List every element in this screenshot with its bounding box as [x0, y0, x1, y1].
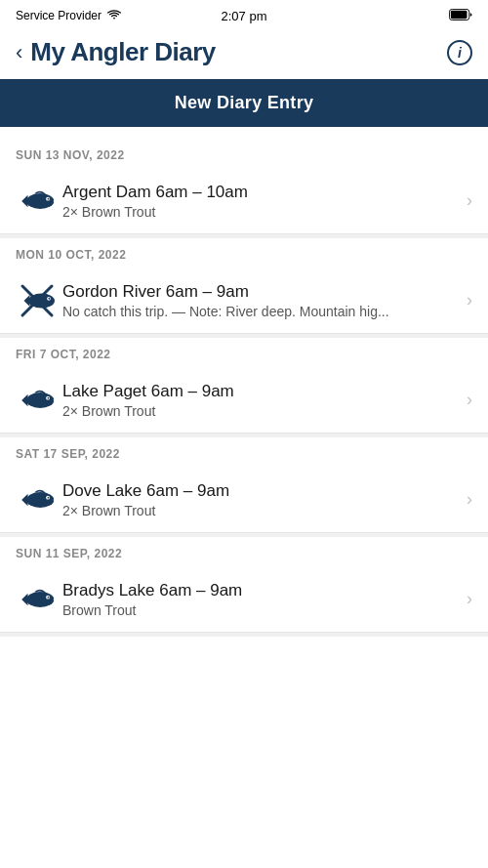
- list-item-content: Dove Lake 6am – 9am2× Brown Trout: [59, 481, 459, 518]
- svg-point-12: [48, 396, 50, 398]
- info-button[interactable]: i: [447, 40, 472, 65]
- list-item-title: Bradys Lake 6am – 9am: [62, 581, 459, 600]
- section-header-3: SAT 17 SEP, 2022: [0, 437, 488, 467]
- status-bar-left: Service Provider: [16, 9, 122, 23]
- list-item-title: Lake Paget 6am – 9am: [62, 382, 459, 401]
- list-item-title: Argent Dam 6am – 10am: [62, 183, 459, 202]
- fish-catch-icon: [16, 188, 59, 214]
- list-item-content: Lake Paget 6am – 9am2× Brown Trout: [59, 382, 459, 419]
- list-item[interactable]: Lake Paget 6am – 9am2× Brown Trout›: [0, 367, 488, 434]
- list-item-content: Argent Dam 6am – 10am2× Brown Trout: [59, 183, 459, 220]
- status-bar: Service Provider 2:07 pm: [0, 0, 488, 29]
- section-header-4: SUN 11 SEP, 2022: [0, 537, 488, 566]
- svg-rect-1: [451, 11, 468, 19]
- fish-catch-icon: [16, 388, 59, 413]
- list-item[interactable]: Bradys Lake 6am – 9amBrown Trout›: [0, 566, 488, 633]
- list-item-subtitle: 2× Brown Trout: [62, 403, 459, 419]
- list-item[interactable]: Gordon River 6am – 9amNo catch this trip…: [0, 268, 488, 334]
- list-item[interactable]: Argent Dam 6am – 10am2× Brown Trout›: [0, 168, 488, 234]
- carrier-label: Service Provider: [16, 9, 102, 22]
- battery-icon: [449, 7, 472, 24]
- new-diary-entry-button[interactable]: New Diary Entry: [0, 79, 488, 127]
- nav-bar: ‹ My Angler Diary i: [0, 29, 488, 79]
- list-item-content: Gordon River 6am – 9amNo catch this trip…: [59, 282, 459, 319]
- fish-catch-icon: [16, 487, 59, 513]
- section-header-0: SUN 13 NOV, 2022: [0, 139, 488, 168]
- svg-point-10: [26, 393, 55, 408]
- diary-sections: SUN 13 NOV, 2022 Argent Dam 6am – 10am2×…: [0, 139, 488, 637]
- svg-point-18: [48, 596, 50, 598]
- fish-catch-icon: [16, 587, 59, 612]
- svg-point-15: [48, 496, 50, 498]
- list-item-content: Bradys Lake 6am – 9amBrown Trout: [59, 581, 459, 618]
- svg-point-16: [26, 592, 55, 607]
- chevron-right-icon: ›: [467, 190, 472, 211]
- svg-point-13: [26, 492, 55, 508]
- list-item[interactable]: Dove Lake 6am – 9am2× Brown Trout›: [0, 467, 488, 533]
- list-item-title: Gordon River 6am – 9am: [62, 282, 459, 302]
- no-catch-icon: [16, 283, 59, 318]
- list-item-subtitle: 2× Brown Trout: [62, 204, 459, 220]
- chevron-right-icon: ›: [467, 589, 472, 609]
- wifi-icon: [106, 9, 122, 23]
- chevron-right-icon: ›: [467, 290, 472, 310]
- chevron-right-icon: ›: [467, 390, 472, 410]
- status-bar-time: 2:07 pm: [222, 9, 267, 23]
- page-title: My Angler Diary: [30, 37, 447, 67]
- section-header-1: MON 10 OCT, 2022: [0, 238, 488, 268]
- list-item-title: Dove Lake 6am – 9am: [62, 481, 459, 501]
- section-header-2: FRI 7 OCT, 2022: [0, 338, 488, 367]
- list-item-subtitle: No catch this trip. — Note: River deep. …: [62, 304, 459, 319]
- list-item-subtitle: Brown Trout: [62, 602, 459, 618]
- section-spacer: [0, 633, 488, 637]
- list-item-subtitle: 2× Brown Trout: [62, 503, 459, 518]
- status-bar-right: [449, 7, 472, 24]
- svg-point-4: [48, 197, 50, 199]
- back-button[interactable]: ‹: [16, 42, 22, 63]
- chevron-right-icon: ›: [467, 489, 472, 510]
- svg-point-2: [26, 193, 55, 209]
- svg-point-7: [48, 297, 50, 299]
